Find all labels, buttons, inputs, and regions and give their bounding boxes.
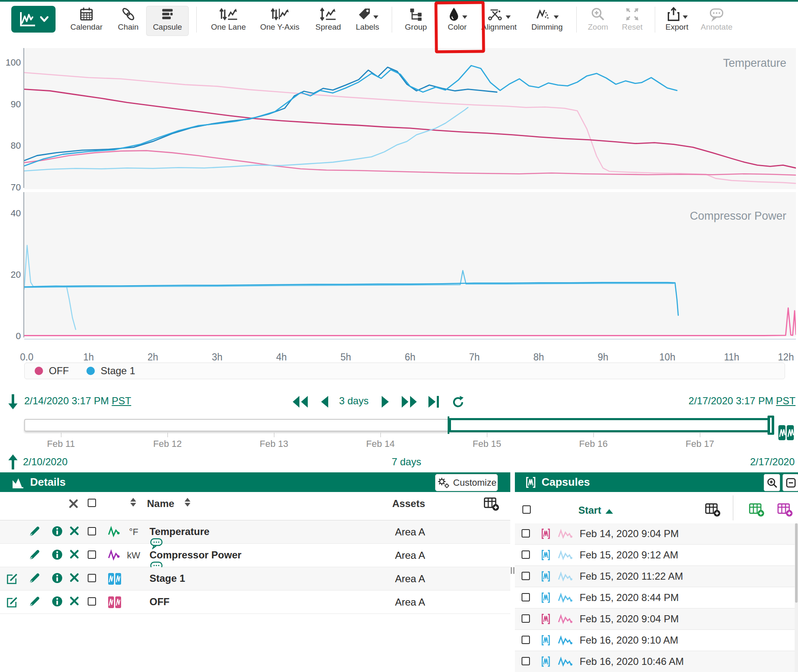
add-signal-column-icon[interactable] [749,502,765,517]
display-range-start[interactable]: 2/14/2020 3:17 PM PST [24,395,131,407]
temperature-lane-svg[interactable] [24,48,796,189]
info-icon[interactable] [52,573,63,583]
capsule-row[interactable]: Feb 15, 2020 9:12 AM [515,545,798,566]
capsules-zoom-button[interactable] [764,474,780,491]
info-icon[interactable] [52,526,63,537]
signal-preview-pink-mid [557,614,573,625]
details-row-off[interactable]: OFF Area A [0,591,510,614]
info-icon[interactable] [52,549,63,560]
start-column-header[interactable]: Start [578,505,613,516]
customize-button[interactable]: Customize [435,474,498,491]
chain-icon [121,6,135,23]
assets-column-header[interactable]: Assets [392,498,425,510]
toolbar-capsule-button[interactable]: Capsule [146,6,189,36]
timeline-selected-range[interactable] [449,418,770,432]
capsule-checkbox[interactable] [522,529,530,538]
edit-icon[interactable] [6,596,18,609]
investigate-range-duration[interactable]: 7 days [392,456,421,468]
investigate-range-end[interactable]: 2/17/2020 [750,456,795,468]
sort-icons[interactable] [130,498,136,507]
add-condition-column-icon[interactable] [777,502,793,517]
investigate-range-start[interactable]: 2/10/2020 [23,456,68,468]
edit-icon[interactable] [6,573,18,585]
toolbar-chain-button[interactable]: Chain [106,6,150,36]
row-checkbox[interactable] [88,550,96,559]
pin-icon[interactable] [28,549,40,561]
color-caret-icon [462,15,467,19]
select-all-checkbox[interactable] [88,499,96,507]
capsules-scrollbar-thumb[interactable] [795,523,798,603]
step-to-end-button[interactable] [427,394,441,409]
timeline-left-handle[interactable] [448,416,449,434]
toolbar-color-button[interactable]: Color [433,6,481,36]
capsule-row[interactable]: Feb 15, 2020 9:04 PM [515,609,798,630]
toolbar-one-lane-label: One Lane [211,23,246,32]
pin-icon[interactable] [28,596,40,608]
pin-icon[interactable] [28,573,40,584]
row-checkbox[interactable] [88,574,96,582]
capsule-checkbox[interactable] [522,572,530,580]
toolbar-one-lane-button[interactable]: One Lane [204,6,253,36]
capsules-add-column-icon[interactable] [705,502,721,517]
legend-off-label: OFF [49,365,69,377]
step-forward-button[interactable] [380,394,391,409]
step-back-much-button[interactable] [291,394,309,409]
timezone-link-end[interactable]: PST [776,395,795,406]
details-row-compressor-power[interactable]: kW Compressor Power Area A [0,544,510,567]
details-panel-title: Details [30,476,66,489]
capsule-row[interactable]: Feb 14, 2020 9:04 PM [515,523,798,545]
auto-update-button[interactable] [451,395,465,409]
pin-icon[interactable] [28,526,40,538]
name-sort-icons[interactable] [185,498,190,507]
row-checkbox[interactable] [88,597,96,606]
duration-label[interactable]: 3 days [339,395,369,407]
power-lane-svg[interactable] [24,192,796,337]
remove-all-icon[interactable] [68,499,79,509]
name-column-header[interactable]: Name [147,498,174,510]
remove-icon[interactable] [69,549,79,559]
collapse-range-arrow-icon[interactable] [7,393,19,410]
remove-icon[interactable] [69,526,79,536]
toolbar-one-y-axis-button[interactable]: One Y-Axis [256,6,304,36]
timezone-link[interactable]: PST [112,395,132,406]
view-selector-button[interactable] [11,6,56,33]
capsule-checkbox[interactable] [522,636,530,644]
add-column-icon[interactable] [484,496,499,511]
capsule-time-toggle-icon[interactable] [778,424,795,441]
toolbar-annotate-button[interactable]: Annotate [692,6,741,36]
panel-splitter-grip[interactable] [511,567,514,574]
capsules-collapse-button[interactable] [783,474,798,491]
details-row-temperature[interactable]: °F Temperature Area A [0,520,510,544]
step-forward-much-button[interactable] [400,394,418,409]
capsule-row[interactable]: Feb 15, 2020 8:44 PM [515,587,798,609]
remove-icon[interactable] [69,596,79,606]
info-icon[interactable] [52,596,63,607]
row-checkbox[interactable] [88,527,96,535]
capsule-row[interactable]: Feb 16, 2020 9:10 AM [515,630,798,651]
display-range-end[interactable]: 2/17/2020 3:17 PM PST [689,395,795,407]
item-name[interactable]: Stage 1 [149,573,185,584]
toolbar-dimming-button[interactable]: Dimming [523,6,571,36]
toolbar-color-label: Color [448,23,466,32]
temp-ytick-70: 70 [1,182,21,193]
capsule-row[interactable]: Feb 15, 2020 11:22 AM [515,566,798,587]
timeline-right-handle[interactable] [768,416,774,435]
capsule-checkbox[interactable] [522,657,530,665]
toolbar-reset-button[interactable]: Reset [608,6,656,36]
capsule-checkbox[interactable] [522,593,530,601]
remove-icon[interactable] [69,573,79,583]
signal-preview-blue-mid [557,593,573,604]
step-back-button[interactable] [319,394,330,409]
item-name[interactable]: OFF [149,596,170,608]
toolbar-calendar-button[interactable]: Calendar [62,6,111,36]
capsule-checkbox[interactable] [522,550,530,559]
capsule-row[interactable]: Feb 16, 2020 10:46 AM [515,651,798,672]
series-power-off-pink [24,308,796,335]
toolbar-labels-button[interactable]: Labels [343,6,392,36]
details-row-stage-1[interactable]: Stage 1 Area A [0,567,510,591]
panel-splitter[interactable] [510,492,515,672]
expand-range-arrow-icon[interactable] [7,454,19,470]
toolbar-alignment-button[interactable]: Alignment [475,6,523,36]
capsule-checkbox[interactable] [522,614,530,623]
capsules-select-all-checkbox[interactable] [522,505,531,514]
